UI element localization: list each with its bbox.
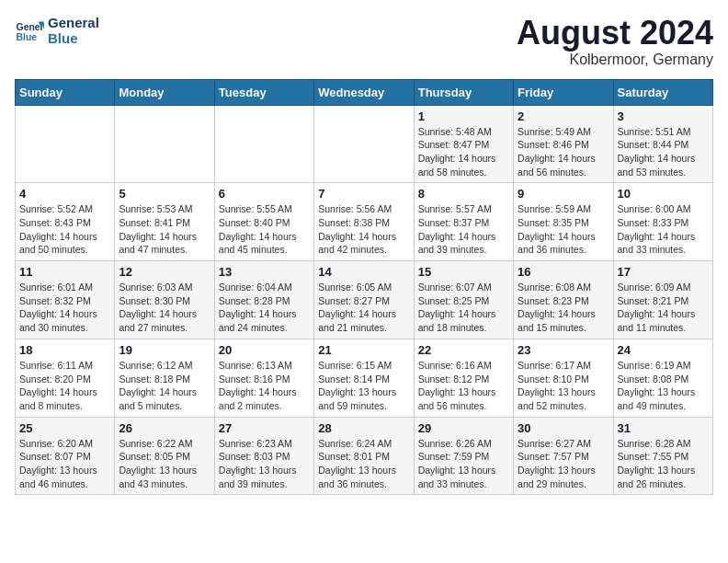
day-number: 9 [518, 187, 609, 201]
day-number: 11 [19, 265, 110, 279]
calendar-week-row: 1Sunrise: 5:48 AM Sunset: 8:47 PM Daylig… [16, 105, 713, 183]
calendar-day-cell: 10Sunrise: 6:00 AM Sunset: 8:33 PM Dayli… [613, 183, 712, 261]
day-number: 30 [518, 421, 609, 435]
day-number: 13 [219, 265, 310, 279]
day-detail: Sunrise: 6:27 AM Sunset: 7:57 PM Dayligh… [518, 437, 609, 491]
day-detail: Sunrise: 6:28 AM Sunset: 7:55 PM Dayligh… [618, 437, 709, 491]
day-detail: Sunrise: 6:17 AM Sunset: 8:10 PM Dayligh… [518, 359, 609, 413]
calendar-day-cell: 17Sunrise: 6:09 AM Sunset: 8:21 PM Dayli… [613, 261, 712, 339]
calendar-day-cell: 19Sunrise: 6:12 AM Sunset: 8:18 PM Dayli… [115, 339, 214, 417]
day-number: 5 [119, 187, 210, 201]
calendar-day-cell: 1Sunrise: 5:48 AM Sunset: 8:47 PM Daylig… [414, 105, 513, 183]
calendar-day-cell: 13Sunrise: 6:04 AM Sunset: 8:28 PM Dayli… [214, 261, 313, 339]
calendar-week-row: 18Sunrise: 6:11 AM Sunset: 8:20 PM Dayli… [16, 339, 713, 417]
day-detail: Sunrise: 6:24 AM Sunset: 8:01 PM Dayligh… [318, 437, 409, 491]
calendar-day-cell: 30Sunrise: 6:27 AM Sunset: 7:57 PM Dayli… [514, 417, 613, 495]
day-detail: Sunrise: 5:49 AM Sunset: 8:46 PM Dayligh… [518, 125, 609, 179]
calendar-day-cell: 3Sunrise: 5:51 AM Sunset: 8:44 PM Daylig… [613, 105, 712, 183]
day-detail: Sunrise: 6:13 AM Sunset: 8:16 PM Dayligh… [219, 359, 310, 413]
calendar-table: SundayMondayTuesdayWednesdayThursdayFrid… [15, 79, 713, 496]
day-detail: Sunrise: 6:04 AM Sunset: 8:28 PM Dayligh… [219, 281, 310, 335]
day-detail: Sunrise: 6:03 AM Sunset: 8:30 PM Dayligh… [119, 281, 210, 335]
calendar-day-cell: 25Sunrise: 6:20 AM Sunset: 8:07 PM Dayli… [16, 417, 115, 495]
weekday-header: Sunday [16, 79, 115, 105]
day-detail: Sunrise: 5:56 AM Sunset: 8:38 PM Dayligh… [318, 202, 409, 257]
day-number: 21 [318, 343, 409, 357]
day-detail: Sunrise: 6:01 AM Sunset: 8:32 PM Dayligh… [19, 281, 110, 335]
day-detail: Sunrise: 6:09 AM Sunset: 8:21 PM Dayligh… [618, 281, 709, 335]
calendar-day-cell: 4Sunrise: 5:52 AM Sunset: 8:43 PM Daylig… [16, 183, 115, 261]
day-detail: Sunrise: 5:52 AM Sunset: 8:43 PM Dayligh… [19, 202, 110, 257]
calendar-day-cell: 8Sunrise: 5:57 AM Sunset: 8:37 PM Daylig… [414, 183, 513, 261]
day-number: 23 [518, 343, 609, 357]
calendar-day-cell [314, 105, 414, 183]
day-detail: Sunrise: 6:08 AM Sunset: 8:23 PM Dayligh… [518, 281, 609, 335]
calendar-day-cell: 6Sunrise: 5:55 AM Sunset: 8:40 PM Daylig… [214, 183, 313, 261]
calendar-day-cell: 2Sunrise: 5:49 AM Sunset: 8:46 PM Daylig… [514, 105, 613, 183]
day-number: 27 [219, 421, 310, 435]
day-number: 8 [418, 187, 509, 201]
day-detail: Sunrise: 6:22 AM Sunset: 8:05 PM Dayligh… [119, 437, 210, 491]
day-detail: Sunrise: 6:23 AM Sunset: 8:03 PM Dayligh… [219, 437, 310, 491]
calendar-week-row: 4Sunrise: 5:52 AM Sunset: 8:43 PM Daylig… [16, 183, 713, 261]
calendar-day-cell: 24Sunrise: 6:19 AM Sunset: 8:08 PM Dayli… [613, 339, 712, 417]
day-number: 24 [618, 343, 709, 357]
day-detail: Sunrise: 5:53 AM Sunset: 8:41 PM Dayligh… [119, 202, 210, 257]
calendar-day-cell: 12Sunrise: 6:03 AM Sunset: 8:30 PM Dayli… [115, 261, 214, 339]
day-number: 10 [618, 187, 709, 201]
month-title: August 2024 [517, 15, 713, 52]
day-detail: Sunrise: 6:15 AM Sunset: 8:14 PM Dayligh… [318, 359, 409, 413]
weekday-header: Monday [115, 79, 214, 105]
day-number: 2 [518, 109, 609, 123]
day-number: 26 [119, 421, 210, 435]
calendar-day-cell [214, 105, 313, 183]
calendar-day-cell: 21Sunrise: 6:15 AM Sunset: 8:14 PM Dayli… [314, 339, 414, 417]
calendar-day-cell: 22Sunrise: 6:16 AM Sunset: 8:12 PM Dayli… [414, 339, 513, 417]
day-number: 19 [119, 343, 210, 357]
calendar-week-row: 25Sunrise: 6:20 AM Sunset: 8:07 PM Dayli… [16, 417, 713, 495]
weekday-header: Thursday [414, 79, 513, 105]
calendar-day-cell: 20Sunrise: 6:13 AM Sunset: 8:16 PM Dayli… [214, 339, 313, 417]
day-detail: Sunrise: 6:12 AM Sunset: 8:18 PM Dayligh… [119, 359, 210, 413]
day-number: 1 [418, 109, 509, 123]
day-number: 12 [119, 265, 210, 279]
day-number: 7 [318, 187, 409, 201]
day-number: 20 [219, 343, 310, 357]
calendar-day-cell: 31Sunrise: 6:28 AM Sunset: 7:55 PM Dayli… [613, 417, 712, 495]
calendar-day-cell: 16Sunrise: 6:08 AM Sunset: 8:23 PM Dayli… [514, 261, 613, 339]
title-block: August 2024 Kolbermoor, Germany [517, 15, 713, 68]
weekday-header: Friday [514, 79, 613, 105]
logo-text-blue: Blue [48, 30, 99, 46]
calendar-week-row: 11Sunrise: 6:01 AM Sunset: 8:32 PM Dayli… [16, 261, 713, 339]
location-subtitle: Kolbermoor, Germany [517, 52, 713, 68]
day-detail: Sunrise: 6:26 AM Sunset: 7:59 PM Dayligh… [418, 437, 509, 491]
day-detail: Sunrise: 6:20 AM Sunset: 8:07 PM Dayligh… [19, 437, 110, 491]
day-detail: Sunrise: 5:51 AM Sunset: 8:44 PM Dayligh… [618, 125, 709, 179]
calendar-day-cell: 29Sunrise: 6:26 AM Sunset: 7:59 PM Dayli… [414, 417, 513, 495]
logo-icon: General Blue [15, 16, 44, 45]
day-number: 15 [418, 265, 509, 279]
logo: General Blue General Blue [15, 15, 99, 46]
day-number: 29 [418, 421, 509, 435]
day-number: 16 [518, 265, 609, 279]
calendar-day-cell: 15Sunrise: 6:07 AM Sunset: 8:25 PM Dayli… [414, 261, 513, 339]
calendar-day-cell: 11Sunrise: 6:01 AM Sunset: 8:32 PM Dayli… [16, 261, 115, 339]
calendar-day-cell: 5Sunrise: 5:53 AM Sunset: 8:41 PM Daylig… [115, 183, 214, 261]
calendar-day-cell: 9Sunrise: 5:59 AM Sunset: 8:35 PM Daylig… [514, 183, 613, 261]
calendar-day-cell: 27Sunrise: 6:23 AM Sunset: 8:03 PM Dayli… [214, 417, 313, 495]
calendar-day-cell: 14Sunrise: 6:05 AM Sunset: 8:27 PM Dayli… [314, 261, 414, 339]
weekday-header: Wednesday [314, 79, 414, 105]
day-number: 31 [618, 421, 709, 435]
calendar-day-cell: 28Sunrise: 6:24 AM Sunset: 8:01 PM Dayli… [314, 417, 414, 495]
calendar-day-cell: 23Sunrise: 6:17 AM Sunset: 8:10 PM Dayli… [514, 339, 613, 417]
calendar-day-cell: 7Sunrise: 5:56 AM Sunset: 8:38 PM Daylig… [314, 183, 414, 261]
day-number: 22 [418, 343, 509, 357]
calendar-day-cell [16, 105, 115, 183]
day-number: 14 [318, 265, 409, 279]
day-detail: Sunrise: 5:55 AM Sunset: 8:40 PM Dayligh… [219, 202, 310, 257]
svg-text:Blue: Blue [17, 32, 38, 42]
weekday-header: Tuesday [214, 79, 313, 105]
weekday-header-row: SundayMondayTuesdayWednesdayThursdayFrid… [16, 79, 713, 105]
day-detail: Sunrise: 6:16 AM Sunset: 8:12 PM Dayligh… [418, 359, 509, 413]
day-detail: Sunrise: 6:05 AM Sunset: 8:27 PM Dayligh… [318, 281, 409, 335]
